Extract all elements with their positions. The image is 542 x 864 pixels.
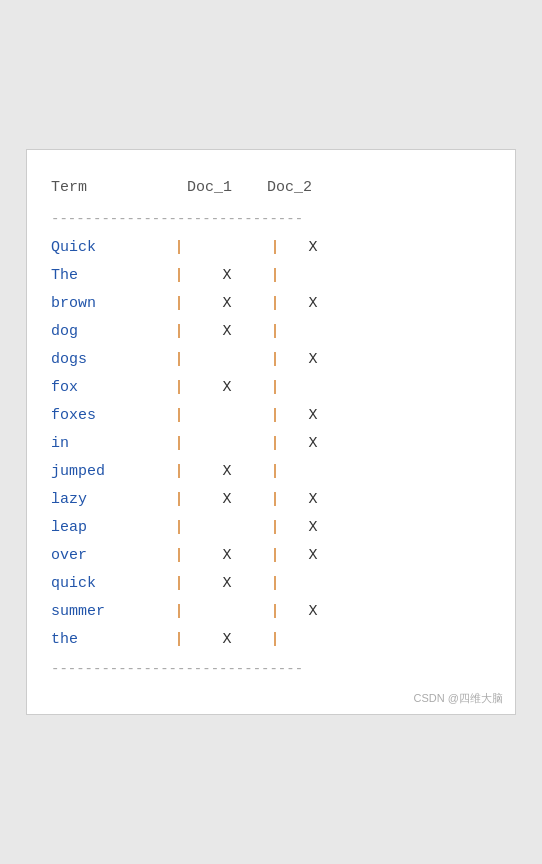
cell-doc1: X xyxy=(187,488,267,512)
separator-2: | xyxy=(267,320,283,344)
table-body: Quick | | X The | X | brown | X | X dog … xyxy=(51,234,491,654)
cell-term: summer xyxy=(51,600,171,624)
separator-2: | xyxy=(267,516,283,540)
separator-2: | xyxy=(267,460,283,484)
separator-1: | xyxy=(171,600,187,624)
cell-doc2: X xyxy=(283,292,343,316)
table-container: Term Doc_1 Doc_2 -----------------------… xyxy=(51,170,491,685)
table-row: Quick | | X xyxy=(51,234,491,262)
cell-term: Quick xyxy=(51,236,171,260)
cell-term: lazy xyxy=(51,488,171,512)
cell-doc1: X xyxy=(187,544,267,568)
cell-doc1: X xyxy=(187,320,267,344)
separator-2: | xyxy=(267,628,283,652)
separator-1: | xyxy=(171,432,187,456)
header-doc2: Doc_2 xyxy=(267,176,343,200)
separator-2: | xyxy=(267,376,283,400)
separator-2: | xyxy=(267,572,283,596)
main-card: Term Doc_1 Doc_2 -----------------------… xyxy=(26,149,516,716)
cell-doc2: X xyxy=(283,348,343,372)
table-row: quick | X | xyxy=(51,570,491,598)
separator-1: | xyxy=(171,320,187,344)
separator-2: | xyxy=(267,600,283,624)
cell-doc1: X xyxy=(187,460,267,484)
cell-term: leap xyxy=(51,516,171,540)
separator-1: | xyxy=(171,348,187,372)
separator-1: | xyxy=(171,544,187,568)
cell-term: jumped xyxy=(51,460,171,484)
separator-2: | xyxy=(267,544,283,568)
separator-1: | xyxy=(171,404,187,428)
table-row: fox | X | xyxy=(51,374,491,402)
separator-1: | xyxy=(171,292,187,316)
table-row: dogs | | X xyxy=(51,346,491,374)
watermark: CSDN @四维大脑 xyxy=(414,691,503,706)
table-row: dog | X | xyxy=(51,318,491,346)
separator-2: | xyxy=(267,236,283,260)
separator-1: | xyxy=(171,628,187,652)
separator-2: | xyxy=(267,432,283,456)
bottom-divider: ------------------------------ xyxy=(51,654,491,684)
separator-2: | xyxy=(267,264,283,288)
separator-2: | xyxy=(267,292,283,316)
cell-doc2: X xyxy=(283,488,343,512)
separator-1: | xyxy=(171,376,187,400)
cell-doc1: X xyxy=(187,572,267,596)
cell-term: fox xyxy=(51,376,171,400)
cell-term: dog xyxy=(51,320,171,344)
header-term: Term xyxy=(51,176,171,200)
cell-doc1: X xyxy=(187,376,267,400)
table-row: in | | X xyxy=(51,430,491,458)
table-header: Term Doc_1 Doc_2 xyxy=(51,170,491,204)
cell-term: brown xyxy=(51,292,171,316)
separator-1: | xyxy=(171,264,187,288)
cell-doc2: X xyxy=(283,432,343,456)
table-row: jumped | X | xyxy=(51,458,491,486)
separator-1: | xyxy=(171,572,187,596)
cell-term: over xyxy=(51,544,171,568)
table-row: brown | X | X xyxy=(51,290,491,318)
cell-doc1: X xyxy=(187,264,267,288)
cell-doc1: X xyxy=(187,292,267,316)
separator-2: | xyxy=(267,348,283,372)
cell-doc2: X xyxy=(283,544,343,568)
header-doc1: Doc_1 xyxy=(171,176,267,200)
separator-2: | xyxy=(267,488,283,512)
cell-doc1: X xyxy=(187,628,267,652)
table-row: the | X | xyxy=(51,626,491,654)
top-divider: ------------------------------ xyxy=(51,204,491,234)
cell-term: foxes xyxy=(51,404,171,428)
cell-term: dogs xyxy=(51,348,171,372)
cell-doc2: X xyxy=(283,236,343,260)
separator-1: | xyxy=(171,516,187,540)
cell-doc2: X xyxy=(283,516,343,540)
cell-doc2: X xyxy=(283,404,343,428)
separator-1: | xyxy=(171,236,187,260)
table-row: over | X | X xyxy=(51,542,491,570)
table-row: foxes | | X xyxy=(51,402,491,430)
table-row: lazy | X | X xyxy=(51,486,491,514)
cell-term: in xyxy=(51,432,171,456)
table-row: The | X | xyxy=(51,262,491,290)
separator-1: | xyxy=(171,460,187,484)
cell-term: the xyxy=(51,628,171,652)
table-row: summer | | X xyxy=(51,598,491,626)
cell-term: quick xyxy=(51,572,171,596)
separator-2: | xyxy=(267,404,283,428)
cell-term: The xyxy=(51,264,171,288)
table-row: leap | | X xyxy=(51,514,491,542)
cell-doc2: X xyxy=(283,600,343,624)
separator-1: | xyxy=(171,488,187,512)
